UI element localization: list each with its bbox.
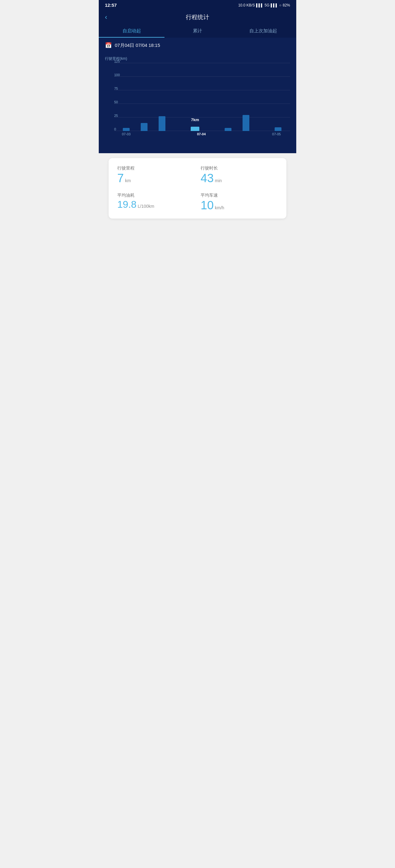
stat-distance-value: 7 km [117,172,194,184]
bar-group-0705 [275,127,281,131]
status-bar: 12:57 10.0 KB/S ▌▌▌ 5G ▌▌▌ ○ 82% [99,0,296,9]
date-text: 07月04日 07/04 18:15 [115,42,160,49]
stat-fuel-number: 19.8 [117,199,136,209]
battery-icon: ○ [279,3,281,7]
stat-speed-unit: km/h [215,205,224,210]
bar-group-0703c [159,116,165,131]
stat-fuel-value: 19.8 L/100km [117,199,194,209]
x-label-0705: 07-05 [272,132,281,136]
y-axis-label: 行驶里程(km) [105,56,290,61]
signal-4g-icon: ▌▌▌ [256,3,263,7]
calendar-icon: 📅 [105,42,112,49]
bar-group-0704: 7km [191,127,199,131]
battery-percent: 82% [283,3,290,7]
stat-duration-value: 43 min [201,172,278,184]
header: ‹ 行程统计 [99,9,296,26]
tab-since-fuel[interactable]: 自上次加油起 [230,28,296,38]
stat-speed-value: 10 km/h [201,199,278,211]
stat-speed: 平均车速 10 km/h [201,193,278,211]
stat-distance-unit: km [125,178,131,183]
tab-since-start[interactable]: 自启动起 [99,28,165,38]
bar-group-0703 [123,128,130,131]
signal-5g-icon: ▌▌▌ [271,3,278,7]
active-bar [191,127,199,131]
tabs-container: 自启动起 累计 自上次加油起 [99,26,296,38]
stats-card: 行驶里程 7 km 行驶时长 43 min 平均油耗 19.8 L/100km [109,158,286,219]
bar [123,128,130,131]
stat-duration-number: 43 [201,172,214,184]
stat-distance: 行驶里程 7 km [117,165,194,184]
bars-area: 7km [114,63,290,131]
back-button[interactable]: ‹ [105,13,107,21]
stat-speed-label: 平均车速 [201,193,278,198]
bar [275,127,281,131]
bar [243,115,249,131]
bar [141,123,147,131]
bar [159,116,165,131]
bottom-area [99,225,296,348]
x-label-0704: 07-04 [197,132,205,136]
bar-group-mid1 [225,128,231,131]
signal-5g-label: 5G [264,3,270,7]
chart-section: 行驶里程(km) 125 100 75 50 25 0 [99,53,296,148]
network-speed: 10.0 KB/S [238,3,255,7]
bar-group-0703b [141,123,147,131]
stat-speed-number: 10 [201,199,214,211]
stat-distance-number: 7 [117,172,124,184]
chart-container: 125 100 75 50 25 0 [105,63,290,148]
x-label-0703: 07-03 [122,132,131,136]
stat-fuel-label: 平均油耗 [117,193,194,198]
stat-distance-label: 行驶里程 [117,165,194,171]
chart-grid: 125 100 75 50 25 0 [105,63,290,131]
stat-duration-unit: min [215,178,222,183]
status-icons: 10.0 KB/S ▌▌▌ 5G ▌▌▌ ○ 82% [238,3,290,7]
bar [225,128,231,131]
stat-fuel: 平均油耗 19.8 L/100km [117,193,194,211]
bar-tooltip: 7km [191,118,199,122]
chart-pointer [193,148,202,153]
stat-fuel-unit: L/100km [138,204,154,209]
stat-duration: 行驶时长 43 min [201,165,278,184]
stat-duration-label: 行驶时长 [201,165,278,171]
status-time: 12:57 [105,2,117,8]
date-row[interactable]: 📅 07月04日 07/04 18:15 [99,38,296,53]
tab-cumulative[interactable]: 累计 [165,28,230,38]
bar-group-mid2 [243,115,249,131]
stats-grid: 行驶里程 7 km 行驶时长 43 min 平均油耗 19.8 L/100km [117,165,278,211]
page-title: 行程统计 [186,13,209,21]
